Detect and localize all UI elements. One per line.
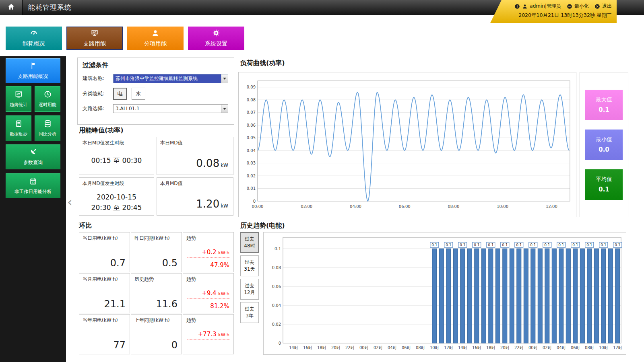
trend-delta: +9.4 kW·h xyxy=(187,290,229,299)
peak-grid: 本日MD值发生时段 00:15 至 00:30 本日MD值 0.08kW 本月M… xyxy=(79,137,233,216)
card-label: 当日用电(kW·h) xyxy=(83,235,126,242)
sidebar-item-yoy-analysis[interactable]: 同比分析 xyxy=(35,115,60,141)
today-md-period-card: 本日MD值发生时段 00:15 至 00:30 xyxy=(79,137,154,175)
minimize-icon[interactable] xyxy=(567,4,572,9)
svg-text:0.03: 0.03 xyxy=(247,161,256,165)
sidebar-item-label: 数据集抄 xyxy=(10,131,27,137)
card-value: 2020-10-15 20:30 至 20:45 xyxy=(83,192,151,213)
svg-text:10:00: 10:00 xyxy=(497,204,508,209)
nav-system-settings[interactable]: 系统设置 xyxy=(188,27,244,50)
building-row: 建筑名称: 苏州市沧浪中学监控建筑能耗监测系统 xyxy=(83,74,229,83)
tab-past-31-days[interactable]: 过去31天 xyxy=(240,255,259,276)
svg-text:0.1: 0.1 xyxy=(502,243,508,247)
svg-text:12:00: 12:00 xyxy=(546,204,557,209)
building-select-arrow[interactable] xyxy=(221,74,228,83)
svg-text:0.1: 0.1 xyxy=(460,243,465,247)
exit-button[interactable]: 退出 xyxy=(602,3,612,10)
comparison-grid: 当日用电(kW·h) 0.7 昨日同期(kW·h) 0.5 趋势 +0.2 kW… xyxy=(79,232,234,354)
svg-text:0: 0 xyxy=(253,199,256,204)
card-value: 00:15 至 00:30 xyxy=(83,156,151,165)
nav-subitem-energy[interactable]: 分项用能 xyxy=(127,27,184,50)
svg-text:22时: 22时 xyxy=(345,346,355,350)
card-value: 0.7 xyxy=(110,257,126,269)
category-row: 分类能耗: 电 水 xyxy=(83,88,229,100)
sidebar-item-parameter-query[interactable]: 参数查询 xyxy=(6,144,60,169)
svg-text:06时: 06时 xyxy=(402,346,411,350)
avg-value-card: 平均值 0.1 xyxy=(585,169,623,200)
card-value: 11.6 xyxy=(156,298,178,310)
tab-past-3-years[interactable]: 过去3年 xyxy=(240,302,259,323)
svg-text:04时: 04时 xyxy=(388,346,397,350)
sidebar-item-data-collection[interactable]: 数据集抄 xyxy=(6,115,31,141)
svg-text:0.1: 0.1 xyxy=(275,247,281,251)
sidebar-collapse-button[interactable]: ‹ xyxy=(67,195,72,208)
today-usage-card: 当日用电(kW·h) 0.7 xyxy=(79,232,130,272)
unit: kW xyxy=(221,203,228,209)
trend-body: +0.2 kW·h 47.9% xyxy=(187,249,229,269)
svg-text:12时: 12时 xyxy=(444,346,453,350)
sidebar-item-trend-stats[interactable]: 趋势统计 xyxy=(6,86,31,112)
filter-title: 过滤条件 xyxy=(83,61,229,70)
user-icon xyxy=(522,4,528,9)
svg-text:00时: 00时 xyxy=(359,346,369,350)
svg-text:10时: 10时 xyxy=(599,346,608,350)
svg-text:08时: 08时 xyxy=(585,346,594,350)
history-chart-panel: 00.020.040.060.080.114时16时18时20时22时00时02… xyxy=(263,232,626,355)
svg-text:0.1: 0.1 xyxy=(530,243,536,247)
card-label: 本月MD值 xyxy=(160,180,230,187)
sidebar-item-nonworkday-analysis[interactable]: 12 非工作日用能分析 xyxy=(6,173,60,198)
svg-text:0.08: 0.08 xyxy=(272,265,281,270)
flag-icon xyxy=(29,62,37,71)
history-trend-card: 历史趋势 11.6 xyxy=(131,273,182,313)
svg-text:0.06: 0.06 xyxy=(272,284,281,289)
card-label: 本月MD值发生时段 xyxy=(83,180,151,187)
category-water-button[interactable]: 水 xyxy=(132,88,145,100)
person-icon xyxy=(151,29,159,39)
tab-past-48-hours[interactable]: 过去48时 xyxy=(240,232,259,253)
presentation-chart-icon xyxy=(91,29,99,39)
svg-text:0.1: 0.1 xyxy=(516,243,522,247)
month-md-value-card: 本月MD值 1.20kW xyxy=(157,177,233,216)
branch-row: 支路选择: 3.ALL01.1 xyxy=(83,104,229,113)
last-year-usage-card: 上年同期(kW·h) 0 xyxy=(131,314,182,354)
branch-select[interactable]: 3.ALL01.1 xyxy=(113,104,228,113)
svg-text:0.1: 0.1 xyxy=(474,243,479,247)
unit: kW xyxy=(221,162,228,168)
category-electricity-button[interactable]: 电 xyxy=(113,88,127,100)
svg-text:02时: 02时 xyxy=(543,346,552,350)
card-label: 趋势 xyxy=(186,235,230,242)
svg-text:18时: 18时 xyxy=(317,346,326,350)
sidebar-item-label: 趋势统计 xyxy=(10,102,27,108)
database-icon xyxy=(44,120,52,129)
branch-select-arrow[interactable] xyxy=(221,105,228,113)
period-date: 2020-10-15 xyxy=(83,192,151,202)
svg-text:20时: 20时 xyxy=(331,346,341,350)
nav-energy-overview[interactable]: 能耗概况 xyxy=(6,27,62,50)
svg-text:0: 0 xyxy=(279,341,281,346)
exit-icon[interactable] xyxy=(594,4,600,9)
unit: kW·h xyxy=(218,291,229,296)
minimize-button[interactable]: 最小化 xyxy=(574,3,589,10)
card-label: 上年同期(kW·h) xyxy=(134,317,178,324)
card-label: 历史趋势 xyxy=(134,276,178,283)
building-select[interactable]: 苏州市沧浪中学监控建筑能耗监测系统 xyxy=(113,74,228,83)
tab-past-12-months[interactable]: 过去12月 xyxy=(240,279,259,300)
svg-text:0.04: 0.04 xyxy=(272,303,281,308)
history-chart-title: 历史趋势(电能) xyxy=(240,222,285,230)
sidebar-item-hourly-energy[interactable]: 逐时用能 xyxy=(35,86,60,112)
nav-branch-energy[interactable]: 支路用能 xyxy=(66,27,123,50)
sidebar-item-branch-overview[interactable]: 支路用能概况 xyxy=(6,58,60,83)
nav-label: 能耗概况 xyxy=(23,40,45,47)
info-icon[interactable] xyxy=(514,4,520,9)
svg-text:08:00: 08:00 xyxy=(448,204,459,209)
trend-body: +77.3 kW·h xyxy=(187,331,229,343)
sidebar-item-label: 参数查询 xyxy=(23,159,43,166)
svg-text:18时: 18时 xyxy=(486,346,495,350)
svg-text:14时: 14时 xyxy=(458,346,467,350)
card-value: 21.1 xyxy=(104,298,126,310)
clock-icon xyxy=(44,90,52,99)
main-nav: 能耗概况 支路用能 分项用能 系统设置 xyxy=(6,27,244,50)
trend-percent: 81.2% xyxy=(187,302,229,310)
home-icon xyxy=(7,3,15,12)
home-button[interactable] xyxy=(0,0,23,15)
